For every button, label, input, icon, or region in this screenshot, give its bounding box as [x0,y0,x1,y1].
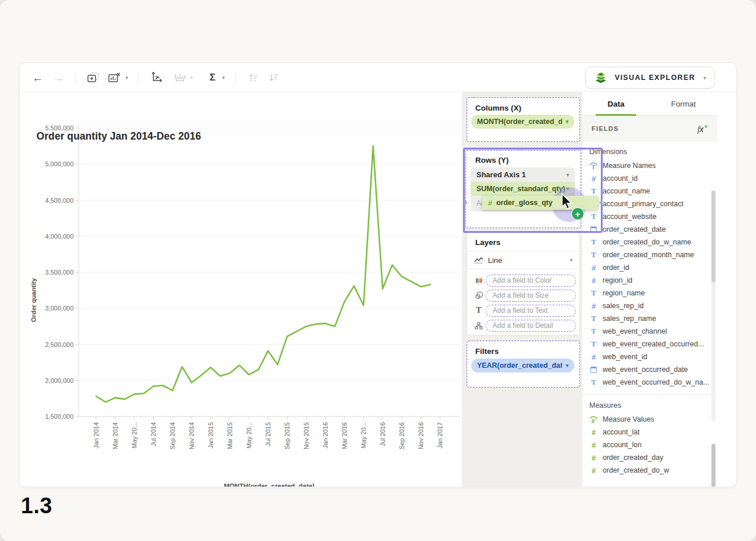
field-label: region_id [603,276,632,284]
dimension-item[interactable]: TMeasure Names [582,159,717,172]
svg-text:Jan 2016: Jan 2016 [322,422,329,448]
tab-data[interactable]: Data [582,92,650,115]
swap-axes-button[interactable] [146,63,166,92]
text-field-icon: T [589,289,598,297]
svg-text:Jul 2016: Jul 2016 [379,422,386,447]
dimension-item[interactable]: Tregion_name [582,287,717,299]
add-field-to-detail-target[interactable]: Add a field to Detail [486,320,576,332]
sigma-icon: Σ [210,72,215,83]
svg-text:4,500,000: 4,500,000 [45,197,74,204]
svg-text:Jan 2015: Jan 2015 [207,422,214,448]
undo-button[interactable]: ← [28,63,47,92]
text-field-icon: T [589,187,598,195]
fields-header: FIELDS fx+ [582,116,717,141]
field-label: Measure Names [603,162,656,170]
text-field-icon: T [589,315,598,323]
svg-text:2,500,000: 2,500,000 [45,341,74,348]
detail-encoding-icon [472,322,486,330]
text-encoding-icon: T [472,306,486,315]
date-field-icon [589,226,598,233]
add-field-to-size-target[interactable]: Add a field to Size [486,290,576,302]
chevron-down-icon: ▾ [570,257,572,263]
chevron-down-icon: ▾ [126,75,129,81]
dimension-item[interactable]: Taccount_website [582,210,717,223]
histogram-icon [174,72,186,83]
add-field-to-text-target[interactable]: Add a field to Text [486,305,576,317]
measure-item[interactable]: #Measure Values [582,413,717,426]
field-label: account_lon [603,441,641,449]
layer-type-value: Line [488,256,570,265]
dimension-item[interactable]: order_created_date [582,223,717,236]
remove-chart-dropdown[interactable]: ▾ [123,63,131,92]
svg-text:Nov 2015: Nov 2015 [303,422,310,449]
field-label: order_created_date [603,225,666,233]
add-calculated-field-button[interactable]: fx+ [698,123,708,134]
svg-text:May 20...: May 20... [245,422,252,448]
number-field-icon: # [589,467,598,474]
columns-pill-month-order-created-date[interactable]: MONTH(order_created_d... ▾ [471,115,574,129]
dragged-field-pill-order-gloss-qty[interactable]: # order_gloss_qty [482,196,599,210]
sort-descending-button[interactable] [264,63,284,92]
number-field-icon: # [589,264,598,272]
dimension-item[interactable]: Tweb_event_created_occurred... [582,338,717,350]
shared-axis-header[interactable]: Shared Axis 1 ▾ [471,167,575,182]
svg-text:3,500,000: 3,500,000 [45,269,74,276]
tab-format[interactable]: Format [650,92,718,115]
color-encoding-icon [472,277,486,284]
svg-text:#: # [592,418,595,424]
add-field-to-color-target[interactable]: Add a field to Color [486,275,576,287]
dimension-item[interactable]: #order_id [582,261,717,274]
chevron-down-icon: ▾ [566,363,568,368]
dimension-item[interactable]: #account_id [582,172,717,185]
dimension-item[interactable]: #region_id [582,274,717,287]
number-field-icon: # [589,454,598,462]
field-label: web_event_channel [603,327,667,335]
dimensions-scrollbar-thumb[interactable] [711,191,715,282]
chevron-down-icon: ▾ [566,186,569,192]
field-label: Measure Values [603,415,654,423]
layer-type-select[interactable]: Line ▾ [467,251,579,269]
svg-text:3,000,000: 3,000,000 [45,305,74,312]
measure-item[interactable]: #order_created_do_w [582,464,717,477]
size-encoding-icon [472,291,486,299]
duplicate-chart-button[interactable] [83,63,103,92]
dimension-item[interactable]: Tweb_event_channel [582,325,717,338]
remove-chart-button[interactable] [104,63,124,92]
dimension-item[interactable]: Tsales_rep_name [582,312,717,325]
dimension-item[interactable]: #sales_rep_id [582,299,717,312]
measure-item[interactable]: #order_created_day [582,451,717,464]
rows-pill-sum-order-standard-qty[interactable]: SUM(order_standard_qty) ▾ [471,182,575,196]
layers-title: Layers [467,233,579,251]
sort-ascending-button[interactable] [244,63,263,92]
aggregate-dropdown[interactable]: ▾ [219,63,227,92]
measure-item[interactable]: #account_lat [582,426,717,438]
chart-canvas[interactable]: Order quantity Jan 2014-Dec 2016 Order q… [20,92,462,487]
histogram-dropdown[interactable]: ▾ [188,63,196,92]
field-label: account_lat [603,428,640,436]
measure-item[interactable]: #account_lon [582,438,717,451]
dimension-item[interactable]: Torder_created_do_w_name [582,236,717,248]
field-label: web_event_occurred_do_w_na... [603,378,709,386]
svg-text:Sep 2016: Sep 2016 [398,422,405,449]
sort-ascending-icon [248,72,259,83]
svg-text:5,000,000: 5,000,000 [45,160,74,167]
dimension-item[interactable]: Taccount_name [582,185,717,198]
histogram-button[interactable] [170,63,190,92]
pill-label: YEAR(order_created_date) [477,361,562,370]
svg-text:Jul 2015: Jul 2015 [265,422,271,447]
dimension-item[interactable]: web_event_occurred_date [582,363,717,376]
svg-text:2,000,000: 2,000,000 [45,377,74,384]
dimension-item[interactable]: Torder_created_month_name [582,248,717,261]
swap-axes-icon [149,71,162,84]
measures-scrollbar-thumb[interactable] [711,444,715,487]
rows-shelf-title: Rows (Y) [466,151,581,165]
filters-shelf-title: Filters [467,341,579,356]
filter-pill-year-order-created-date[interactable]: YEAR(order_created_date) ▾ [471,359,574,372]
field-label: order_created_do_w [603,466,669,474]
redo-button[interactable]: → [49,63,68,92]
dimension-item[interactable]: #web_event_id [582,350,717,363]
field-label: order_created_day [603,454,663,462]
visual-explorer-menu-button[interactable]: VISUAL EXPLORER ▾ [585,67,715,89]
dimension-item[interactable]: Tweb_event_occurred_do_w_na... [582,376,717,389]
field-label: order_created_month_name [603,251,694,259]
